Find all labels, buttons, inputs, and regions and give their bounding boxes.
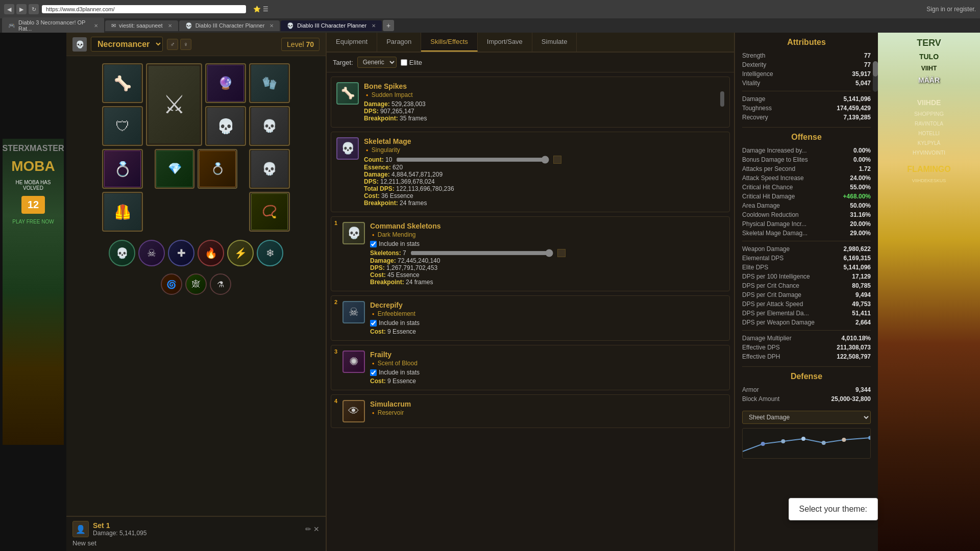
skeletal-mage-count-slider[interactable]: [396, 156, 549, 164]
target-select[interactable]: Generic: [357, 57, 397, 68]
offense-crit-damage-label: Critical Hit Damage: [742, 193, 795, 200]
bone-spikes-breakpoint: Breakpoint: 35 frames: [364, 115, 724, 122]
offense-dps-crit-damage-value: 9,494: [855, 291, 871, 298]
address-bar[interactable]: https://www.d3planner.com/: [42, 5, 246, 13]
offense-physical-damage: Physical Damage Incr... 20.00%: [742, 219, 871, 229]
elite-checkbox[interactable]: [401, 59, 407, 66]
defense-armor-value: 9,344: [855, 386, 871, 393]
offense-effective-dps: Effective DPS 211,308,073: [742, 343, 871, 352]
edit-icon[interactable]: ✏: [305, 525, 311, 533]
skill-slot-3[interactable]: ✚: [168, 240, 194, 266]
equip-slot-amulet[interactable]: 💍: [102, 149, 143, 189]
equip-slot-bracers[interactable]: 📿: [249, 192, 290, 232]
offense-dps-crit-chance-value: 80,785: [852, 282, 871, 289]
skill-slot-4[interactable]: 🔥: [198, 240, 224, 266]
equip-slot-ring1[interactable]: 💎: [155, 149, 194, 189]
decrepify-index: 2: [334, 299, 337, 305]
skill-slot-5[interactable]: ⚡: [227, 240, 254, 266]
frailty-cost: Cost: 9 Essence: [370, 378, 724, 385]
attr-vitality-value: 5,047: [855, 80, 871, 87]
command-skeletons-rune: Dark Mending: [370, 231, 724, 238]
offense-dps-attack-speed-label: DPS per Attack Speed: [742, 300, 803, 308]
equip-slot-ring2[interactable]: 💍: [198, 149, 237, 189]
offense-aps-value: 1.72: [859, 165, 871, 172]
defense-block-amount-value: 25,000-32,800: [831, 395, 871, 403]
tab-equipment[interactable]: Equipment: [327, 33, 377, 52]
equip-slot-gloves[interactable]: 🧤: [249, 63, 290, 103]
forward-button[interactable]: ▶: [16, 4, 27, 14]
damage-dropdown[interactable]: Sheet Damage: [742, 411, 871, 424]
refresh-button[interactable]: ↻: [29, 4, 39, 14]
offense-area-damage: Area Damage 50.00%: [742, 201, 871, 210]
attr-strength: Strength 77: [742, 51, 871, 60]
male-gender-button[interactable]: ♂: [167, 39, 178, 50]
command-skeletons-damage: Damage: 72,445,240,140: [370, 257, 724, 264]
female-gender-button[interactable]: ♀: [180, 39, 191, 50]
passive-slot-1[interactable]: 🌀: [161, 273, 182, 295]
equip-slot-pants[interactable]: 💀: [249, 106, 290, 146]
offense-skeletal-mage-label: Skeletal Mage Damag...: [742, 230, 807, 237]
defense-armor-label: Armor: [742, 386, 759, 393]
attr-toughness-label: Toughness: [742, 105, 772, 112]
class-select[interactable]: Necromancer: [91, 37, 163, 52]
delete-icon[interactable]: ✕: [313, 525, 320, 533]
new-tab-button[interactable]: +: [383, 20, 394, 31]
svg-point-2: [801, 437, 805, 441]
equip-slot-chest[interactable]: 🦺: [102, 192, 143, 232]
command-skeletons-include-label: Include in stats: [379, 240, 420, 247]
simulacrum-content: Simulacrum Reservoir: [370, 400, 724, 422]
command-skeletons-index: 1: [334, 220, 337, 226]
tab-viestit[interactable]: ✉viestit: saapuneet✕: [105, 20, 178, 31]
panel-scrollbar[interactable]: [873, 61, 878, 92]
set-edit-icons: ✏ ✕: [305, 525, 320, 533]
set-info: 👤 Set 1 Damage: 5,141,095 ✏ ✕ New set: [66, 516, 326, 551]
passive-slot-2[interactable]: 🕸: [185, 273, 207, 295]
attr-intelligence-value: 35,917: [852, 70, 871, 78]
defense-block-amount-label: Block Amount: [742, 395, 779, 403]
offense-dps-intelligence-value: 17,129: [852, 273, 871, 280]
command-skeletons-include-checkbox[interactable]: [370, 241, 377, 247]
tab-diablo3-video[interactable]: 🎮Diablo 3 Necromancer! OP Rat...✕: [2, 17, 104, 34]
active-skills-row: 💀 ☠ ✚ 🔥 ⚡ ❄: [70, 237, 322, 269]
offense-elemental-dps-label: Elemental DPS: [742, 255, 783, 262]
panel-scrollbar-thumb[interactable]: [873, 61, 878, 77]
offense-dps-crit-damage: DPS per Crit Damage 9,494: [742, 290, 871, 299]
offense-title: Offense: [742, 133, 871, 142]
back-button[interactable]: ◀: [4, 4, 14, 14]
passive-skills-row: 🌀 🕸 ⚗: [70, 271, 322, 297]
skill-slot-2[interactable]: ☠: [138, 240, 165, 266]
equip-slot-orb[interactable]: 🔮: [205, 63, 246, 103]
command-skeletons-icon: 💀: [342, 222, 365, 244]
equipment-area: 🦴 🛡 💍 🦺 ⚔: [66, 56, 326, 516]
tab-simulate[interactable]: Simulate: [532, 33, 577, 52]
decrepify-rune: Enfeeblement: [370, 310, 724, 317]
tab-planner-2[interactable]: 💀Diablo III Character Planner✕: [281, 20, 382, 31]
equip-slot-shoulders[interactable]: 🛡: [102, 106, 143, 146]
skeletal-mage-name: Skeletal Mage: [364, 137, 724, 145]
equip-slot-weapon-main[interactable]: ⚔: [146, 63, 202, 146]
offense-weapon-damage-value: 2,980,622: [844, 245, 871, 253]
defense-title: Defense: [742, 372, 871, 381]
skill-slot-1[interactable]: 💀: [109, 240, 135, 266]
tab-skills-effects[interactable]: Skills/Effects: [421, 33, 477, 52]
equip-slot-boots[interactable]: 💀: [249, 149, 290, 189]
tab-paragon[interactable]: Paragon: [377, 33, 421, 52]
offense-damage-multiplier-value: 4,010.18%: [842, 335, 871, 342]
offense-bonus-elites-label: Bonus Damage to Elites: [742, 156, 808, 163]
offense-elemental-dps-value: 6,169,315: [844, 255, 871, 262]
tab-planner-1[interactable]: 💀Diablo III Character Planner✕: [179, 20, 280, 31]
frailty-include-checkbox[interactable]: [370, 369, 377, 376]
tab-import-save[interactable]: Import/Save: [478, 33, 532, 52]
decrepify-include-checkbox[interactable]: [370, 320, 377, 327]
equip-slot-head[interactable]: 🦴: [102, 63, 143, 103]
offense-elite-dps-value: 5,141,096: [844, 264, 871, 271]
offense-dps-attack-speed: DPS per Attack Speed 49,753: [742, 299, 871, 309]
offense-dps-attack-speed-value: 49,753: [852, 300, 871, 308]
attr-recovery-value: 7,139,285: [844, 114, 871, 121]
command-skeletons-slider[interactable]: [410, 249, 553, 257]
equip-slot-belt[interactable]: 💀: [205, 106, 246, 146]
passive-slot-3[interactable]: ⚗: [210, 273, 231, 295]
new-set-button[interactable]: New set: [72, 539, 320, 547]
defense-armor: Armor 9,344: [742, 385, 871, 394]
skill-slot-6[interactable]: ❄: [257, 240, 283, 266]
